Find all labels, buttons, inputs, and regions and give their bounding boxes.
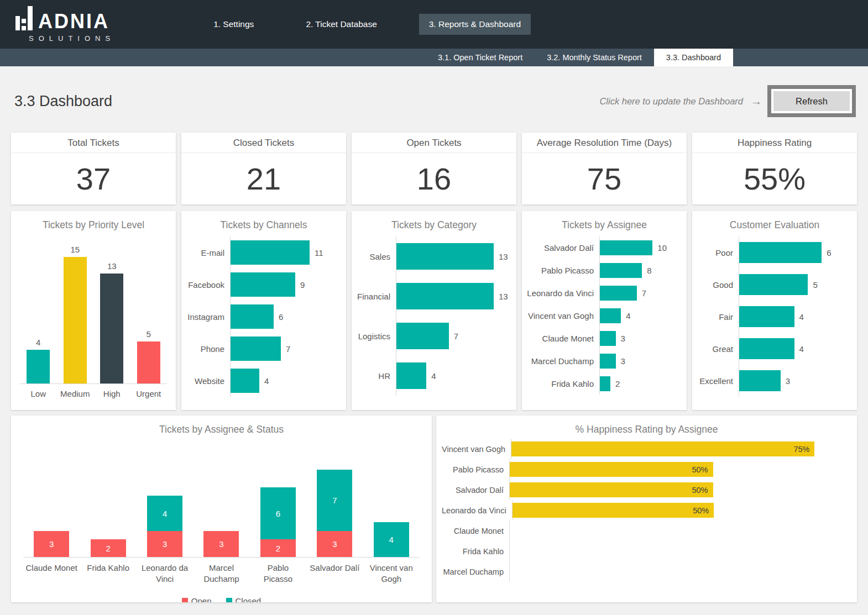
nav-settings[interactable]: 1. Settings — [203, 14, 264, 35]
bar-closed-pablo-picasso[interactable]: 6 — [260, 487, 296, 540]
bar-great[interactable] — [739, 338, 794, 359]
bar-value-label: 50% — [692, 465, 713, 474]
hbar-row-frida-kahlo: Frida Kahlo — [442, 541, 835, 561]
legend-label: Closed — [236, 596, 262, 603]
legend-swatch-closed — [226, 598, 232, 603]
bar-excellent[interactable] — [739, 370, 781, 391]
bar-group-marcel-duchamp: 3 — [193, 470, 249, 557]
bar-pablo-picasso[interactable]: 50% — [510, 462, 713, 477]
category-label-sales: Sales — [356, 252, 396, 261]
kpi-closed-tickets: Closed Tickets 21 — [181, 133, 346, 204]
bar-open-pablo-picasso[interactable]: 2 — [260, 539, 296, 557]
tab-monthly-status-report[interactable]: 3.2. Monthly Status Report — [535, 49, 654, 66]
bar-value-label: 7 — [286, 344, 290, 354]
bar-fair[interactable] — [739, 306, 794, 327]
bar-salvador-dal[interactable] — [600, 240, 652, 255]
kpi-value: 21 — [181, 153, 346, 204]
nav-reports-dashboard[interactable]: 3. Reports & Dashboard — [419, 14, 531, 35]
bar-closed-vincent-van-gogh[interactable]: 4 — [374, 522, 409, 557]
bar-website[interactable] — [231, 369, 259, 393]
kpi-label: Average Resolution Time (Days) — [522, 133, 687, 153]
bar-value-label: 3 — [219, 539, 223, 549]
category-label-good: Good — [697, 280, 739, 290]
bar-group-claude-monet: 3 — [23, 470, 80, 557]
category-label-high: High — [93, 389, 130, 398]
bar-hr[interactable] — [396, 362, 426, 389]
bar-salvador-dal[interactable]: 50% — [510, 482, 713, 497]
kpi-value: 55% — [692, 153, 857, 204]
legend-swatch-open — [182, 598, 188, 603]
bar-marcel-duchamp[interactable] — [600, 354, 616, 369]
tab-open-ticket-report[interactable]: 3.1. Open Ticket Report — [426, 49, 535, 66]
hbar-row-leonardo-da-vinci: Leonardo da Vinci7 — [526, 282, 679, 304]
hbar-row-excellent: Excellent3 — [697, 365, 849, 397]
category-label-instagram: Instagram — [186, 312, 230, 322]
bar-track — [509, 541, 835, 561]
legend-item-closed: Closed — [226, 596, 262, 603]
bar-value-label: 13 — [107, 261, 117, 271]
category-label-frida-kahlo: Frida Kahlo — [80, 563, 136, 585]
bar-value-label: 3 — [49, 539, 54, 549]
bar-open-frida-kahlo[interactable]: 2 — [91, 539, 126, 557]
bar-pablo-picasso[interactable] — [600, 263, 642, 278]
bar-vincent-van-gogh[interactable] — [600, 308, 621, 323]
bar-sales[interactable] — [396, 243, 494, 270]
category-label-financial: Financial — [356, 292, 396, 301]
bar-poor[interactable] — [739, 242, 822, 263]
bar-value-label: 3 — [621, 334, 625, 343]
nav-ticket-database[interactable]: 2. Ticket Database — [296, 14, 386, 35]
bar-value-label: 4 — [431, 371, 436, 381]
chart-tickets-by-category: Tickets by Category Sales13Financial13Lo… — [352, 211, 516, 410]
bar-leonardo-da-vinci[interactable]: 50% — [513, 503, 714, 518]
bar-medium[interactable] — [64, 257, 87, 383]
bar-track: 6 — [739, 236, 849, 269]
bar-closed-salvador-dal[interactable]: 7 — [317, 470, 352, 531]
bar-open-claude-monet[interactable]: 3 — [34, 531, 69, 557]
bar-value-label: 6 — [276, 509, 280, 518]
plot-area: 3243362734 — [23, 470, 420, 557]
bar-track: 13 — [396, 236, 509, 276]
hbar-row-salvador-dal: Salvador Dalí10 — [526, 236, 679, 259]
hbar-row-claude-monet: Claude Monet3 — [526, 327, 679, 350]
tab-dashboard[interactable]: 3.3. Dashboard — [654, 49, 733, 66]
bar-open-marcel-duchamp[interactable]: 3 — [203, 531, 239, 557]
bar-vincent-van-gogh[interactable]: 75% — [511, 441, 814, 456]
bar-value-label: 5 — [813, 280, 817, 290]
bar-instagram[interactable] — [231, 304, 274, 329]
bar-low[interactable] — [27, 350, 50, 383]
hbar-row-pablo-picasso: Pablo Picasso50% — [442, 459, 835, 480]
bar-value-label: 9 — [300, 280, 305, 290]
hbar-row-logistics: Logistics7 — [356, 316, 509, 356]
kpi-label: Happiness Rating — [692, 133, 857, 153]
category-label-pablo-picasso: Pablo Picasso — [442, 465, 509, 474]
bar-value-label: 4 — [163, 509, 167, 518]
bar-e-mail[interactable] — [231, 240, 310, 265]
bar-urgent[interactable] — [137, 341, 160, 383]
category-label-salvador-dal: Salvador Dalí — [306, 563, 363, 585]
bar-open-salvador-dal[interactable]: 3 — [317, 531, 352, 557]
refresh-button[interactable]: Refresh — [767, 85, 856, 117]
bar-open-leonardo-da-vinci[interactable]: 3 — [147, 531, 182, 557]
hbar-row-vincent-van-gogh: Vincent van Gogh4 — [526, 304, 679, 327]
bar-good[interactable] — [739, 274, 808, 295]
bar-phone[interactable] — [231, 337, 281, 361]
bar-closed-leonardo-da-vinci[interactable]: 4 — [147, 496, 182, 530]
bar-leonardo-da-vinci[interactable] — [600, 286, 637, 301]
bar-logistics[interactable] — [396, 323, 449, 349]
bar-track: 75% — [511, 439, 835, 459]
bar-frida-kahlo[interactable] — [600, 376, 610, 391]
bar-track: 3 — [739, 365, 849, 397]
hbar-row-sales: Sales13 — [356, 236, 509, 276]
bar-financial[interactable] — [396, 283, 494, 309]
category-label-marcel-duchamp: Marcel Duchamp — [526, 356, 599, 366]
bar-track: 11 — [230, 236, 338, 269]
bar-high[interactable] — [100, 274, 123, 383]
kpi-value: 37 — [11, 153, 176, 204]
chart-title: Tickets by Assignee & Status — [11, 416, 432, 435]
chart-title: Customer Evaluation — [692, 211, 857, 231]
bar-track: 50% — [509, 480, 835, 500]
bar-claude-monet[interactable] — [600, 331, 616, 346]
bar-facebook[interactable] — [231, 272, 295, 297]
channels-chart-plot: E-mail11Facebook9Instagram6Phone7Website… — [181, 231, 346, 397]
category-label-leonardo-da-vinci: Leonardo da Vinci — [526, 288, 599, 298]
